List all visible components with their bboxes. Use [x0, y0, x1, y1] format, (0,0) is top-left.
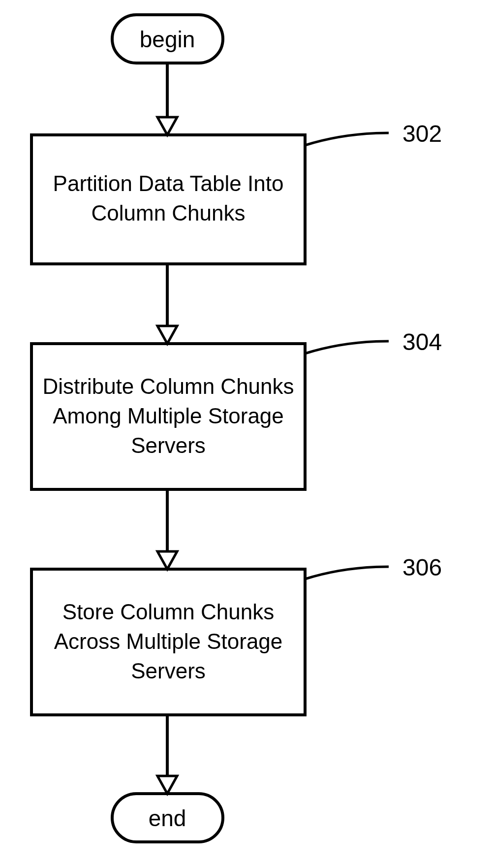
step-302-leader: 302	[305, 121, 442, 147]
step-302-line1: Partition Data Table Into	[53, 171, 284, 195]
step-302-line2: Column Chunks	[91, 201, 245, 225]
svg-marker-8	[157, 551, 177, 569]
step-302: Partition Data Table Into Column Chunks	[31, 135, 305, 264]
step-306-line1: Store Column Chunks	[62, 600, 274, 624]
step-302-ref: 302	[402, 121, 442, 147]
terminal-end-label: end	[149, 805, 186, 831]
step-304-leader: 304	[305, 329, 442, 355]
arrow-step1-to-step2	[157, 264, 177, 344]
step-306-leader: 306	[305, 554, 442, 580]
terminal-begin-label: begin	[140, 27, 195, 52]
step-304-line1: Distribute Column Chunks	[42, 374, 294, 398]
step-304-line3: Servers	[131, 433, 206, 457]
step-304-line2: Among Multiple Storage	[53, 404, 284, 428]
terminal-begin: begin	[112, 15, 223, 63]
flowchart: begin Partition Data Table Into Column C…	[0, 0, 493, 868]
step-304: Distribute Column Chunks Among Multiple …	[31, 344, 305, 489]
svg-marker-5	[157, 326, 177, 344]
terminal-end: end	[112, 794, 223, 842]
step-304-ref: 304	[402, 329, 442, 355]
arrow-step3-to-end	[157, 715, 177, 794]
step-306-line3: Servers	[131, 659, 206, 683]
arrow-begin-to-step1	[157, 63, 177, 135]
step-306-line2: Across Multiple Storage	[54, 629, 283, 653]
svg-rect-3	[31, 135, 305, 264]
step-306: Store Column Chunks Across Multiple Stor…	[31, 569, 305, 715]
svg-marker-2	[157, 117, 177, 135]
step-306-ref: 306	[402, 554, 442, 580]
svg-marker-11	[157, 776, 177, 794]
arrow-step2-to-step3	[157, 489, 177, 569]
